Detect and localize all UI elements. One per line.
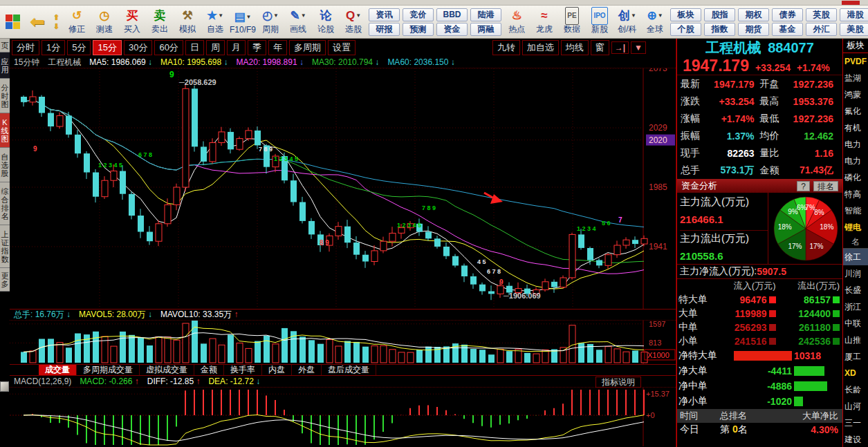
toolbar-button[interactable]: ↺修正 [64, 6, 90, 37]
chevron-down-icon[interactable]: ▼ [273, 8, 279, 23]
toolbar-button[interactable]: BBD [436, 8, 468, 21]
dropdown-icon[interactable]: ▼ [631, 41, 646, 54]
period-button-多周期[interactable]: 多周期 [289, 40, 326, 55]
candlestick-chart[interactable]: 207320292020198519419─2058.629─1906.0699… [10, 68, 676, 309]
tab-虚拟成交量[interactable]: 虚拟成交量 [140, 365, 194, 375]
chevron-down-icon[interactable]: ▼ [631, 8, 636, 23]
toolbar-button[interactable]: Q▼选股 [340, 6, 367, 37]
chevron-down-icon[interactable]: ▼ [658, 8, 663, 23]
sector-header[interactable]: 板块 [843, 39, 868, 53]
stock-list-item[interactable]: 川润 [843, 265, 868, 282]
sidebar-tab-K线图[interactable]: K线图 [0, 113, 10, 148]
toolbar-button[interactable]: 资讯 [369, 8, 400, 21]
toolbar-button[interactable]: 英股 [806, 8, 837, 21]
toolbar-button[interactable]: 股指 [704, 8, 735, 21]
bottom-cube-icon[interactable] [0, 381, 9, 392]
tab-内盘[interactable]: 内盘 [262, 365, 292, 375]
period-button-周[interactable]: 周 [206, 40, 225, 55]
page-up-down-icons[interactable]: ⬆⬇ [53, 14, 59, 30]
period-button-年[interactable]: 年 [268, 40, 287, 55]
toolbar-button[interactable]: 买买入 [119, 6, 145, 37]
period-button-1分[interactable]: 1分 [41, 40, 65, 55]
tab-换手率[interactable]: 换手率 [224, 365, 262, 375]
sector-item[interactable]: PVDF [843, 53, 868, 70]
sidebar-tab-自选股[interactable]: 自选股 [0, 148, 10, 182]
stock-list-item[interactable]: 建设 [843, 431, 868, 447]
sector-item[interactable]: 鸿蒙 [843, 86, 868, 103]
toolbar-button[interactable]: ≈龙虎 [531, 6, 557, 37]
next-window-icon[interactable]: →| [611, 41, 629, 54]
chevron-down-icon[interactable]: ▼ [355, 8, 361, 23]
toolbar-button[interactable]: ✎▼画线 [285, 6, 311, 37]
tab-外盘[interactable]: 外盘 [292, 365, 322, 375]
toolbar-button[interactable]: 美股 [840, 23, 868, 36]
tool-button-九转[interactable]: 九转 [492, 40, 520, 55]
stock-title[interactable]: 工程机械 884077 [677, 39, 842, 57]
sector-item[interactable]: 磷化 [843, 169, 868, 186]
stock-list-item[interactable]: 山河 [843, 398, 868, 415]
toolbar-button[interactable]: IPO新股 [587, 6, 613, 37]
sector-item[interactable]: 电力 [843, 136, 868, 153]
period-button-30分[interactable]: 30分 [124, 40, 152, 55]
stock-list-item[interactable]: 三一 [843, 415, 868, 431]
toolbar-button[interactable]: 陆港 [470, 8, 501, 21]
toolbar-button[interactable]: ◴▼周期 [257, 6, 284, 37]
chevron-down-icon[interactable]: ▼ [246, 10, 252, 25]
toolbar-button[interactable]: 基金 [772, 23, 803, 36]
toolbar-button[interactable]: 两融 [470, 23, 501, 36]
period-button-季[interactable]: 季 [248, 40, 266, 55]
tab-盘后成交量[interactable]: 盘后成交量 [322, 365, 376, 375]
toolbar-button[interactable]: ⊕▼全球 [642, 6, 668, 37]
page-down-icon[interactable]: ⬇ [53, 23, 59, 30]
sidebar-tab-应用[interactable]: 应用 [0, 53, 10, 79]
toolbar-button[interactable]: 板块 [670, 8, 701, 21]
chevron-down-icon[interactable]: ▼ [218, 8, 223, 23]
toolbar-button[interactable]: 期货 [738, 23, 769, 36]
toolbar-button[interactable]: ★▼自选 [202, 6, 228, 37]
toolbar-button[interactable]: 研报 [369, 23, 400, 36]
sector-item[interactable]: 氟化 [843, 103, 868, 120]
stock-list-item[interactable]: 徐工 [843, 249, 868, 265]
tool-button-窗[interactable]: 窗 [591, 40, 609, 55]
sector-item[interactable]: 电力 [843, 153, 868, 169]
volume-chart[interactable]: 1597813X1000 [10, 321, 676, 364]
stock-list-item[interactable]: 山推 [843, 332, 868, 348]
sidebar-tab-更多[interactable]: 更多 [0, 268, 10, 292]
sector-item[interactable]: 盐湖 [843, 70, 868, 86]
period-button-设置[interactable]: 设置 [328, 40, 355, 55]
sector-item[interactable]: 特高 [843, 186, 868, 202]
toolbar-button[interactable]: 论论股 [313, 6, 339, 37]
tool-button-加自选[interactable]: 加自选 [522, 40, 559, 55]
stock-list-item[interactable]: 浙江 [843, 298, 868, 315]
toolbar-button[interactable]: 港股 [840, 8, 868, 21]
toolbar-button[interactable]: 债券 [772, 8, 803, 21]
toolbar-button[interactable]: 预测 [403, 23, 434, 36]
toolbar-button[interactable]: 期权 [738, 8, 769, 21]
sidebar-tab-分时图[interactable]: 分时图 [0, 79, 10, 113]
page-up-icon[interactable]: ⬆ [53, 14, 59, 21]
toolbar-button[interactable]: ▤▼F10/F9 [230, 6, 256, 37]
toolbar-button[interactable]: ◷测速 [91, 6, 118, 37]
stock-list-item[interactable]: 中联 [843, 315, 868, 332]
stock-list-item[interactable]: 长盛 [843, 282, 868, 298]
period-button-月[interactable]: 月 [227, 40, 246, 55]
sidebar-tab-上证指数[interactable]: 上证指数 [0, 225, 10, 268]
toolbar-button[interactable]: 资金 [436, 23, 468, 36]
help-button[interactable]: ? [797, 181, 810, 191]
stock-list-item[interactable]: 长龄 [843, 381, 868, 398]
period-button-60分[interactable]: 60分 [154, 40, 183, 55]
sector-item[interactable]: 智能 [843, 202, 868, 219]
rank-button[interactable]: 排名 [813, 181, 838, 191]
toolbar-button[interactable]: PE数据 [559, 6, 585, 37]
toolbar-button[interactable]: 指数 [704, 23, 735, 36]
period-button-日[interactable]: 日 [185, 40, 204, 55]
toolbar-button[interactable]: ♨热点 [504, 6, 530, 37]
toolbar-button[interactable]: 创▼创/科 [614, 6, 640, 37]
period-button-分时[interactable]: 分时 [12, 40, 39, 55]
toolbar-button[interactable]: 个股 [670, 23, 701, 36]
back-arrow-icon[interactable]: ⬅ [30, 11, 45, 32]
stock-list-item[interactable]: XD [843, 365, 868, 381]
toolbar-button[interactable]: 外汇 [806, 23, 837, 36]
stock-list-item[interactable]: 厦工 [843, 348, 868, 365]
tab-多周期成交量[interactable]: 多周期成交量 [77, 365, 140, 375]
